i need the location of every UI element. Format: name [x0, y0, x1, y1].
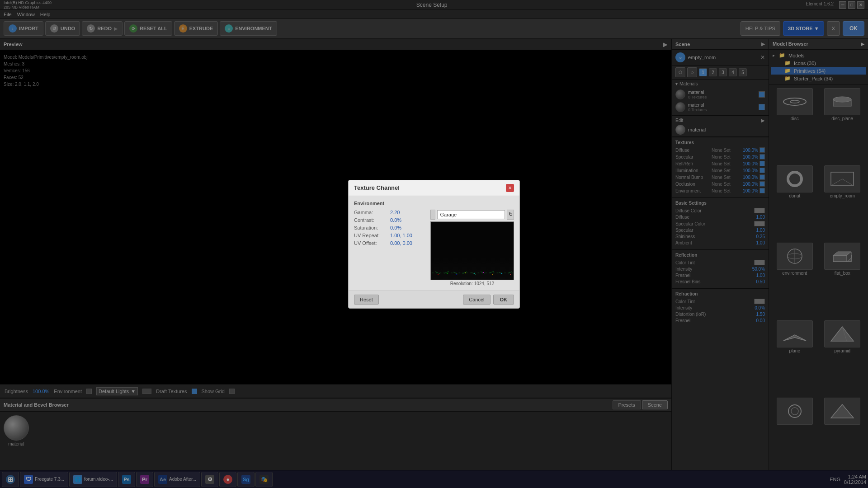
dialog-action-buttons: Cancel OK — [463, 295, 514, 305]
svg-line-21 — [435, 272, 440, 274]
svg-rect-32 — [456, 274, 457, 275]
uv-offset-value[interactable]: 0.00, 0.00 — [390, 240, 412, 246]
dialog-preview-image — [430, 221, 514, 280]
dialog-reset-button[interactable]: Reset — [354, 295, 379, 305]
svg-rect-37 — [501, 273, 502, 274]
dialog-close-button[interactable]: × — [506, 184, 514, 192]
dialog-dropdown-row: ▼ ↻ — [430, 210, 514, 220]
dialog-ok-button[interactable]: OK — [493, 295, 514, 305]
gamma-value[interactable]: 2.20 — [390, 210, 400, 215]
dialog-overlay: Texture Channel × Environment Gamma: 2.2… — [0, 0, 868, 488]
svg-rect-31 — [447, 273, 448, 274]
dialog-gamma-field: Gamma: 2.20 — [354, 210, 421, 215]
dialog-resolution: Resolution: 1024, 512 — [430, 281, 514, 286]
dialog-header: Texture Channel × — [349, 180, 519, 196]
svg-line-23 — [453, 272, 458, 274]
dialog-preview-area: ▼ ↻ — [430, 210, 514, 286]
dialog-contrast-field: Contrast: 0.0% — [354, 217, 421, 223]
dialog-uv-repeat-field: UV Repeat: 1.00, 1.00 — [354, 233, 421, 238]
svg-rect-36 — [492, 274, 493, 275]
dialog-section-environment: Environment — [354, 201, 514, 206]
dialog-texture-input[interactable] — [437, 210, 505, 219]
dialog-title: Texture Channel — [354, 184, 400, 191]
dialog-footer: Reset Cancel OK — [349, 291, 519, 308]
dialog-saturation-field: Saturation: 0.0% — [354, 225, 421, 230]
svg-rect-35 — [483, 272, 484, 273]
svg-line-27 — [490, 271, 494, 273]
svg-rect-34 — [474, 273, 475, 274]
dialog-refresh-button[interactable]: ↻ — [507, 210, 514, 220]
dialog-cancel-button[interactable]: Cancel — [463, 295, 490, 305]
dialog-uv-offset-field: UV Offset: 0.00, 0.00 — [354, 240, 421, 246]
texture-channel-dialog: Texture Channel × Environment Gamma: 2.2… — [348, 180, 520, 309]
dialog-dropdown-arrow[interactable]: ▼ — [430, 210, 435, 220]
contrast-value[interactable]: 0.0% — [390, 217, 401, 223]
uv-repeat-value[interactable]: 1.00, 1.00 — [390, 233, 412, 238]
dialog-fields: Gamma: 2.20 Contrast: 0.0% Saturation: 0… — [354, 210, 421, 286]
saturation-value[interactable]: 0.0% — [390, 225, 401, 230]
svg-rect-30 — [438, 274, 439, 275]
svg-rect-33 — [465, 272, 466, 273]
svg-rect-38 — [510, 274, 511, 275]
dialog-body: Environment Gamma: 2.20 Contrast: 0.0% S… — [349, 196, 519, 291]
svg-line-29 — [508, 272, 512, 273]
